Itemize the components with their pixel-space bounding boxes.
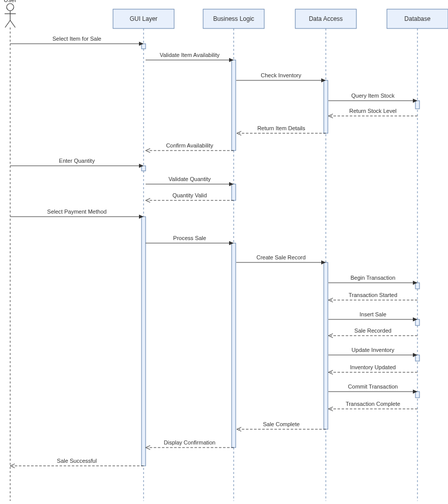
message-label: Insert Sale [359,311,386,317]
actor-user: User [4,0,16,27]
message-label: Enter Quantity [59,158,95,164]
participant-label: Business Logic [213,15,255,22]
message-label: Query Item Stock [351,93,395,99]
svg-rect-9 [142,44,146,49]
message-label: Transaction Started [349,292,398,298]
svg-rect-12 [415,101,419,109]
message-label: Update Inventory [352,347,395,353]
participant-label: GUI Layer [130,15,158,22]
message-label: Begin Transaction [350,275,395,281]
message-label: Select Payment Method [47,209,107,215]
svg-point-0 [7,4,14,11]
svg-rect-21 [415,392,419,398]
svg-rect-20 [415,355,419,361]
participant-logic: Business Logic [203,9,264,28]
svg-line-4 [10,20,15,27]
message-label: Transaction Complete [346,401,400,407]
message-label: Return Stock Level [349,108,397,114]
message-label: Sale Complete [263,421,299,427]
message-label: Quantity Valid [173,192,207,198]
participant-db: Database [387,9,448,28]
message-label: Check Inventory [261,72,301,78]
message-label: Display Confirmation [164,439,215,446]
message-label: Process Sale [173,235,206,241]
message-label: Sale Successful [57,458,97,464]
svg-line-3 [5,20,10,27]
svg-rect-13 [142,166,146,171]
participant-data: Data Access [295,9,356,28]
svg-rect-19 [415,319,419,325]
message-label: Sale Recorded [354,328,391,334]
svg-rect-10 [232,60,236,151]
svg-rect-11 [324,80,328,133]
message-label: Create Sale Record [257,254,306,260]
participant-label: Data Access [309,15,343,22]
message-label: Validate Item Availability [160,52,220,58]
actor-label: User [4,0,16,4]
messages: Select Item for SaleValidate Item Availa… [10,36,417,468]
svg-rect-17 [324,262,328,429]
svg-rect-16 [232,243,236,448]
svg-rect-18 [415,283,419,289]
message-label: Inventory Updated [350,364,396,370]
message-label: Validate Quantity [169,176,211,182]
participant-label: Database [404,15,431,22]
participant-gui: GUI Layer [113,9,174,28]
sequence-diagram: User GUI Layer Business Logic Data Acces… [0,0,448,504]
svg-rect-15 [142,217,146,466]
message-label: Commit Transaction [348,383,398,390]
svg-rect-14 [232,184,236,200]
message-label: Return Item Details [257,125,305,131]
message-label: Confirm Availability [166,142,213,149]
message-label: Select Item for Sale [52,36,101,42]
